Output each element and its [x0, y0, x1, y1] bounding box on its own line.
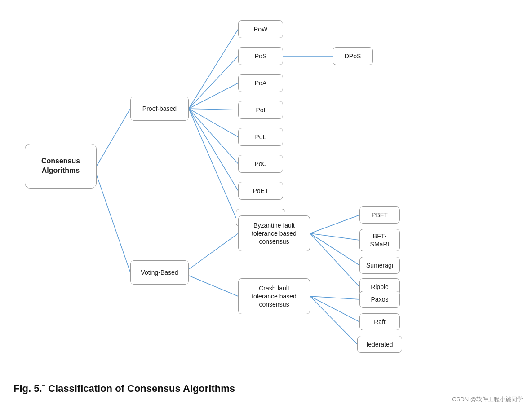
svg-line-7 — [189, 109, 238, 164]
node-proof-based: Proof-based — [130, 97, 189, 121]
node-dpos: DPoS — [332, 47, 373, 65]
svg-line-3 — [189, 56, 238, 109]
svg-line-17 — [310, 296, 359, 299]
node-paxos: Paxos — [359, 291, 400, 308]
node-bft-smart: BFT- SMaRt — [359, 229, 400, 251]
svg-line-18 — [310, 296, 359, 322]
node-poet: PoET — [238, 182, 283, 200]
node-poa: PoA — [238, 74, 283, 92]
svg-line-8 — [189, 109, 238, 191]
svg-line-16 — [310, 233, 359, 287]
svg-line-5 — [189, 109, 238, 110]
node-pol: PoL — [238, 128, 283, 146]
diagram-container: Consensus Algorithms Proof-based Voting-… — [0, 0, 532, 368]
node-pbft: PBFT — [359, 206, 400, 224]
node-pow: PoW — [238, 20, 283, 38]
figure-caption: Fig. 5.ˉ Classification of Consensus Alg… — [13, 383, 235, 395]
svg-line-11 — [189, 233, 238, 269]
node-root: Consensus Algorithms — [25, 144, 97, 189]
svg-line-9 — [189, 109, 236, 218]
node-voting-based: Voting-Based — [130, 260, 189, 285]
svg-line-14 — [310, 233, 359, 240]
svg-line-12 — [189, 276, 238, 296]
node-poi: PoI — [238, 101, 283, 119]
node-sumeragi: Sumeragi — [359, 257, 400, 274]
svg-line-2 — [189, 29, 238, 109]
node-raft: Raft — [359, 313, 400, 330]
svg-line-4 — [189, 83, 238, 109]
node-federated: federated — [357, 336, 402, 353]
svg-line-19 — [310, 296, 357, 344]
svg-line-1 — [97, 175, 130, 272]
node-bft-based: Byzantine fault tolerance based consensu… — [238, 215, 310, 251]
svg-line-13 — [310, 215, 359, 233]
node-cft-based: Crash fault tolerance based consensus — [238, 278, 310, 314]
watermark: CSDN @软件工程小施同学 — [452, 395, 523, 404]
svg-line-15 — [310, 233, 359, 265]
svg-line-6 — [189, 109, 238, 137]
node-pos: PoS — [238, 47, 283, 65]
svg-line-0 — [97, 109, 130, 166]
node-poc: PoC — [238, 155, 283, 173]
